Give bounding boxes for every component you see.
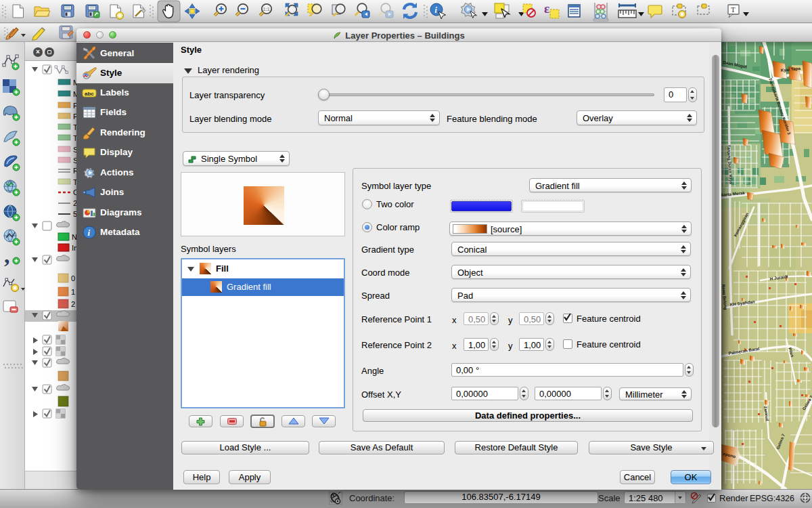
svg-text:1: 1 — [71, 288, 75, 296]
svg-text:T: T — [731, 5, 736, 14]
svg-text:,: , — [4, 242, 10, 268]
svg-text:2: 2 — [71, 300, 75, 308]
svg-text:i: i — [88, 228, 91, 238]
svg-text:0: 0 — [71, 274, 75, 282]
svg-text:abc: abc — [85, 91, 94, 97]
svg-text:1:1: 1:1 — [263, 7, 270, 12]
svg-text:ε: ε — [544, 1, 549, 16]
